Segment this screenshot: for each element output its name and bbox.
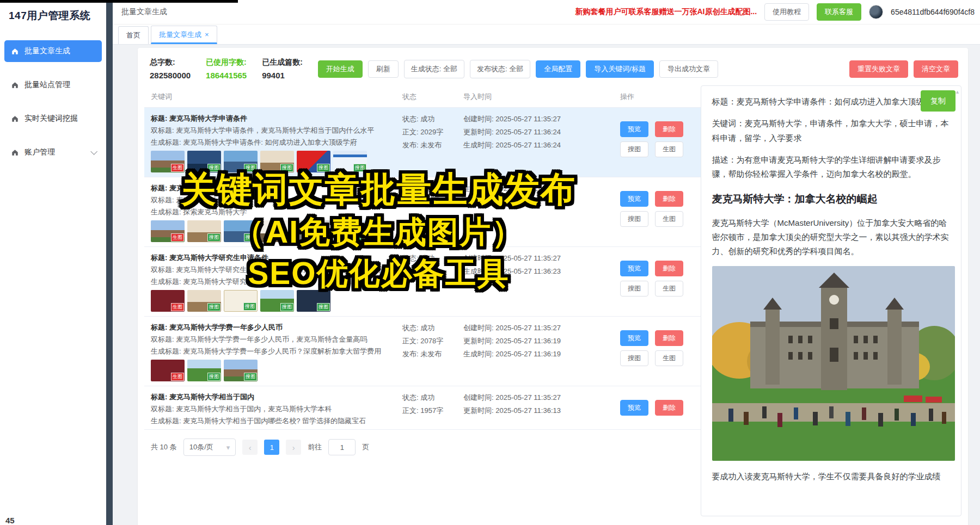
corner-watermark: 45	[5, 516, 15, 525]
table-row[interactable]: 标题: 麦克马斯特大学 双标题: 麦克马斯特大 生成标题: 探索麦克马斯特大学 …	[144, 177, 701, 247]
delete-button[interactable]: 删除	[655, 330, 683, 346]
row-dual-title: 双标题: 麦克马斯特大	[151, 194, 402, 206]
per-page-select[interactable]: 10条/页 ▾	[183, 438, 236, 456]
goto-page-input[interactable]	[328, 439, 356, 455]
prev-page-button[interactable]: ‹	[242, 440, 258, 455]
row-gen-time: 生成时间: 2025-05-27 11:36:24	[463, 139, 620, 152]
tab-batch-article[interactable]: 批量文章生成×	[151, 26, 217, 44]
article-thumbnail[interactable]: 搜图	[224, 360, 258, 381]
article-thumbnail[interactable]: 搜图	[187, 220, 221, 242]
article-thumbnail[interactable]: 搜图	[187, 290, 221, 312]
stat-generated-count: 已生成篇数: 99401	[262, 58, 303, 80]
search-image-button[interactable]: 搜图	[620, 141, 648, 157]
user-id: 65e4811dfb644f690f4cf8	[891, 8, 975, 16]
app-title: 147用户管理系统	[0, 0, 106, 28]
article-thumbnail[interactable]: 搜图	[297, 151, 330, 172]
page-number-button[interactable]: 1	[264, 440, 279, 455]
search-image-button[interactable]: 搜图	[620, 281, 648, 297]
contact-support-button[interactable]: 联系客服	[817, 3, 861, 21]
table-row[interactable]: 标题: 麦克马斯特大学相当于国内 双标题: 麦克马斯特大学相当于国内，麦克马斯特…	[144, 386, 701, 430]
row-dual-title: 双标题: 麦克马斯特大学研究生申请条件，麦克马斯特大学研究生容易申请吗	[151, 264, 399, 276]
preview-heading: 麦克马斯特大学：加拿大名校的崛起	[712, 190, 950, 208]
thumb-badge: 生图	[171, 164, 184, 172]
import-keywords-button[interactable]: 导入关键词/标题	[586, 60, 654, 78]
article-preview-panel: 复制 ▲ 标题：麦克马斯特大学申请条件：如何成功进入加拿大顶级学府 关键词：麦克…	[701, 85, 961, 516]
delete-button[interactable]: 删除	[655, 121, 683, 137]
search-image-button[interactable]: 搜图	[620, 350, 648, 366]
clear-articles-button[interactable]: 清空文章	[914, 60, 958, 78]
delete-button[interactable]: 删除	[655, 261, 683, 276]
article-thumbnail[interactable]: 搜图	[260, 290, 294, 312]
preview-button[interactable]: 预览	[620, 400, 648, 416]
article-thumbnail[interactable]: 生图	[151, 290, 185, 312]
row-gen-title: 生成标题: 麦克马斯特大学相当于国内哪些名校? 留学选择的隐藏宝石	[151, 415, 402, 427]
article-thumbnail[interactable]: 搜图	[333, 220, 367, 242]
preview-button[interactable]: 预览	[620, 121, 648, 137]
row-title: 标题: 麦克马斯特大学	[151, 182, 402, 194]
sidebar-item-label: 账户管理	[24, 147, 55, 157]
thumb-badge: 搜图	[317, 303, 330, 311]
article-thumbnail[interactable]: 搜图	[187, 151, 221, 172]
page-unit-label: 页	[362, 442, 369, 452]
scroll-up-icon[interactable]: ▲	[955, 88, 960, 97]
refresh-button[interactable]: 刷新	[368, 60, 399, 78]
article-thumbnail[interactable]: 搜图	[297, 220, 330, 242]
article-thumbnail[interactable]: 搜图	[187, 360, 221, 381]
generate-image-button[interactable]: 生图	[655, 141, 683, 157]
row-status: 状态: 成功	[402, 252, 463, 265]
generate-image-button[interactable]: 生图	[655, 350, 683, 366]
sidebar-item-label: 实时关键词挖掘	[24, 114, 78, 123]
search-image-button[interactable]: 搜图	[620, 211, 648, 227]
article-thumbnail[interactable]: 搜图	[260, 151, 294, 172]
col-keyword: 关键词	[151, 92, 402, 102]
article-thumbnail[interactable]: 生图	[151, 220, 185, 242]
delete-button[interactable]: 删除	[655, 400, 683, 416]
article-thumbnail[interactable]: 搜图	[297, 290, 330, 312]
article-thumbnail[interactable]: 搜图	[224, 151, 258, 172]
home-icon	[11, 81, 19, 89]
avatar[interactable]	[869, 5, 883, 19]
thumb-badge: 搜图	[207, 373, 220, 381]
preview-title: 标题：麦克马斯特大学申请条件：如何成功进入加拿大顶级学府	[712, 95, 950, 109]
article-thumbnail[interactable]: 生图	[151, 360, 185, 381]
sidebar-item-account[interactable]: 账户管理	[4, 141, 102, 163]
sidebar-item-label: 批量文章生成	[24, 46, 70, 56]
promo-notice[interactable]: 新购套餐用户可联系客服赠送一万张AI原创生成配图...	[575, 7, 757, 17]
preview-button[interactable]: 预览	[620, 330, 648, 346]
table-row[interactable]: 标题: 麦克马斯特大学研究生申请条件 双标题: 麦克马斯特大学研究生申请条件，麦…	[144, 247, 701, 317]
article-thumbnail[interactable]: 生图	[151, 151, 185, 172]
reset-failed-button[interactable]: 重置失败文章	[849, 60, 908, 78]
start-generate-button[interactable]: 开始生成	[318, 60, 363, 78]
sidebar-item-batch-site[interactable]: 批量站点管理	[4, 74, 102, 96]
sidebar-item-batch-article[interactable]: 批量文章生成	[4, 40, 102, 62]
preview-button[interactable]: 预览	[620, 261, 648, 276]
row-created: 创建时间: 2025-05-27 11:35:27	[463, 322, 620, 335]
tab-home[interactable]: 首页	[118, 26, 149, 44]
dropdown-icon: ▾	[226, 443, 230, 452]
preview-button[interactable]: 预览	[620, 191, 648, 207]
generate-image-button[interactable]: 生图	[655, 211, 683, 227]
delete-button[interactable]: 删除	[655, 191, 683, 207]
row-status: 状态: 成功	[402, 391, 463, 404]
thumb-badge: 搜图	[317, 164, 330, 172]
table-row[interactable]: 标题: 麦克马斯特大学学费一年多少人民币 双标题: 麦克马斯特大学学费一年多少人…	[144, 317, 701, 386]
article-thumbnail[interactable]: 搜图	[260, 220, 294, 242]
next-page-button[interactable]: ›	[286, 440, 301, 455]
export-success-button[interactable]: 导出成功文章	[659, 60, 718, 78]
tutorial-button[interactable]: 使用教程	[764, 3, 809, 21]
article-thumbnail[interactable]: 搜图	[224, 220, 258, 242]
pagination-total: 共 10 条	[151, 442, 177, 452]
chevron-down-icon	[90, 148, 97, 155]
close-icon[interactable]: ×	[205, 30, 209, 39]
global-config-button[interactable]: 全局配置	[536, 60, 580, 78]
article-thumbnail[interactable]: 搜图	[224, 290, 258, 312]
sidebar-item-keyword-mining[interactable]: 实时关键词挖掘	[4, 108, 102, 129]
article-thumbnail[interactable]: 搜图	[333, 151, 367, 172]
publish-status-select[interactable]: 发布状态: 全部	[470, 60, 530, 78]
generate-image-button[interactable]: 生图	[655, 281, 683, 297]
generate-status-select[interactable]: 生成状态: 全部	[404, 60, 464, 78]
table-row[interactable]: 标题: 麦克马斯特大学申请条件 双标题: 麦克马斯特大学申请条件，麦克马斯特大学…	[144, 108, 701, 177]
row-dual-title: 双标题: 麦克马斯特大学相当于国内，麦克马斯特大学本科	[151, 403, 402, 415]
copy-button[interactable]: 复制	[921, 90, 955, 112]
thumbnail-strip: 生图 搜图 搜图 搜图 搜图 搜图	[151, 151, 402, 172]
